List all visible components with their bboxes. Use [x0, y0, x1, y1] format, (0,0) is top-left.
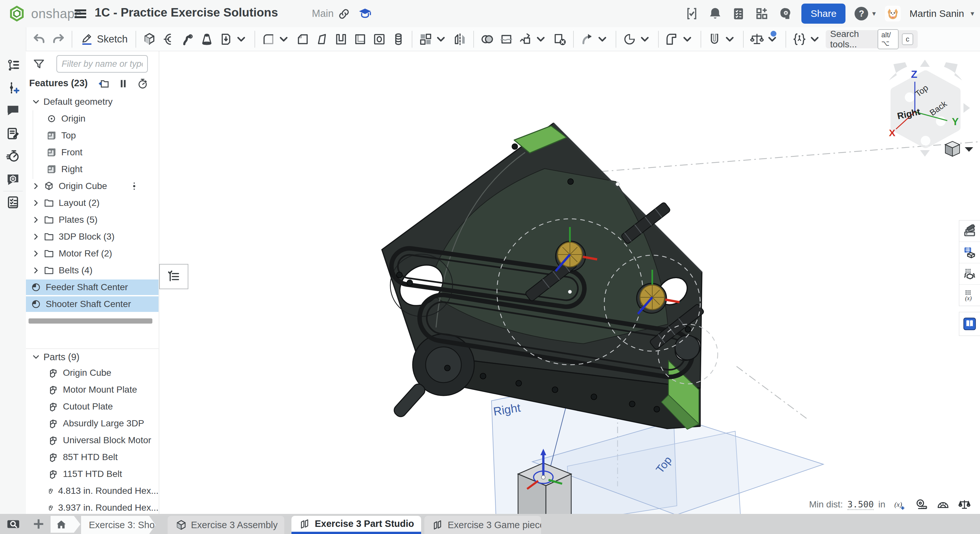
- comments-icon[interactable]: [6, 103, 20, 117]
- curves-tool-button[interactable]: [622, 30, 653, 48]
- configuration-variables-panel-button[interactable]: (x): [959, 285, 980, 306]
- tasks-clipboard-icon[interactable]: [731, 6, 746, 21]
- create-version-icon[interactable]: [6, 81, 20, 95]
- document-tab[interactable]: Exercise 3 Assembly: [168, 516, 284, 534]
- document-tab[interactable]: Exercise 3: Sho: [81, 516, 156, 534]
- feature-tree-item[interactable]: Origin: [26, 110, 159, 127]
- part-list-item[interactable]: Absurdly Large 3DP: [26, 415, 159, 432]
- configured-features-panel-button[interactable]: [959, 263, 980, 285]
- hole-tool-button[interactable]: [371, 30, 387, 48]
- thicken-tool-button[interactable]: [218, 30, 249, 48]
- rollback-bar[interactable]: [29, 319, 153, 324]
- share-link-icon[interactable]: [337, 7, 351, 21]
- help-feedback-icon[interactable]: [6, 172, 20, 187]
- user-name[interactable]: Martin Sanin: [910, 8, 964, 19]
- parts-header-row[interactable]: Parts (9): [31, 349, 80, 364]
- performance-icon[interactable]: [6, 149, 20, 163]
- feature-tree-item[interactable]: Shooter Shaft Center: [26, 296, 159, 312]
- part-list-item[interactable]: Origin Cube: [26, 364, 159, 381]
- boolean-tool-button[interactable]: [479, 30, 495, 48]
- chevron-right-icon[interactable]: [31, 232, 41, 242]
- document-tab[interactable]: Exercise 3 Part Studio: [291, 516, 421, 534]
- regen-time-icon[interactable]: [137, 78, 148, 89]
- ai-advisor-icon[interactable]: [778, 6, 792, 21]
- configurations-panel-button[interactable]: [959, 242, 980, 263]
- notes-icon[interactable]: [6, 126, 20, 141]
- view-cube[interactable]: Z X Y Top Right Back: [889, 60, 970, 156]
- feature-tree-item[interactable]: Default geometry: [26, 93, 159, 110]
- feature-tree-item[interactable]: Plates (5): [26, 211, 159, 228]
- delete-part-tool-button[interactable]: [552, 30, 568, 48]
- transform-tool-button[interactable]: [517, 30, 549, 48]
- view-options-button[interactable]: [945, 141, 973, 156]
- revolve-tool-button[interactable]: [161, 30, 177, 48]
- feature-tree-item[interactable]: Motor Ref (2): [26, 245, 159, 262]
- part-list-item[interactable]: 85T HTD Belt: [26, 449, 159, 465]
- shell-tool-button[interactable]: [352, 30, 368, 48]
- redo-button[interactable]: [50, 30, 67, 48]
- feature-tree-item[interactable]: Feeder Shaft Center: [26, 279, 159, 296]
- part-list-item[interactable]: Motor Mount Plate: [26, 381, 159, 398]
- undo-button[interactable]: [31, 30, 47, 48]
- learning-center-button[interactable]: [959, 312, 980, 336]
- part-list-item[interactable]: Universal Block Motor: [26, 432, 159, 449]
- document-tab[interactable]: Exercise 3 Game piece: [424, 516, 541, 534]
- chevron-right-icon[interactable]: [31, 215, 41, 225]
- sweep-tool-button[interactable]: [180, 30, 196, 48]
- appearance-panel-button[interactable]: [959, 220, 980, 242]
- chamfer-tool-button[interactable]: [295, 30, 311, 48]
- rib-tool-button[interactable]: [333, 30, 349, 48]
- mass-properties-icon[interactable]: [958, 498, 971, 511]
- mirror-tool-button[interactable]: [452, 30, 468, 48]
- chevron-right-icon[interactable]: [31, 181, 41, 191]
- move-face-tool-button[interactable]: [579, 30, 611, 48]
- chevron-down-icon[interactable]: [31, 97, 41, 107]
- feature-tree-item[interactable]: Front: [26, 144, 159, 161]
- protractor-icon[interactable]: [937, 498, 950, 511]
- learning-center-icon[interactable]: [358, 6, 372, 21]
- split-tool-button[interactable]: [498, 30, 514, 48]
- measure-tool-button[interactable]: [749, 30, 780, 48]
- feature-tree-item[interactable]: 3DP Block (3): [26, 228, 159, 245]
- add-tab-button[interactable]: [31, 516, 46, 531]
- measure-tape-icon[interactable]: [915, 498, 928, 511]
- feature-tree-item[interactable]: Top: [26, 127, 159, 144]
- feature-tree-item[interactable]: Layout (2): [26, 194, 159, 211]
- sketch-button[interactable]: Sketch: [78, 32, 130, 46]
- help-button[interactable]: ?: [854, 7, 868, 21]
- loft-tool-button[interactable]: [199, 30, 215, 48]
- suppress-pause-icon[interactable]: [117, 78, 129, 89]
- document-title[interactable]: 1C - Practice Exercise Solutions: [95, 6, 278, 19]
- new-folder-icon[interactable]: [98, 78, 110, 89]
- boss-tool-button[interactable]: [390, 30, 407, 48]
- feature-tree-item[interactable]: Belts (4): [26, 262, 159, 279]
- fillet-tool-button[interactable]: [260, 30, 292, 48]
- custom-feature-tool-button[interactable]: [791, 30, 823, 48]
- workspace-name[interactable]: Main: [312, 8, 334, 19]
- linear-pattern-tool-button[interactable]: [418, 30, 449, 48]
- chevron-right-icon[interactable]: [31, 198, 41, 208]
- part-list-item[interactable]: 4.813 in. Rounded Hex...: [26, 483, 159, 499]
- variable-create-icon[interactable]: (x): [894, 498, 907, 511]
- drag-handle-icon[interactable]: [129, 179, 139, 193]
- version-manager-icon[interactable]: [6, 58, 20, 73]
- chevron-right-icon[interactable]: [31, 266, 41, 275]
- share-button[interactable]: Share: [801, 3, 845, 24]
- min-dist-value[interactable]: 3.500: [847, 499, 874, 510]
- feature-tree-item[interactable]: Right: [26, 161, 159, 178]
- feature-script-icon[interactable]: [685, 6, 699, 21]
- search-tools-box[interactable]: Search tools... alt/⌥ c: [826, 30, 918, 48]
- feature-tree-item[interactable]: Origin Cube: [26, 178, 159, 194]
- follow-checklist-icon[interactable]: [6, 195, 20, 209]
- apps-grid-icon[interactable]: [755, 6, 769, 21]
- document-menu-button[interactable]: [75, 8, 88, 20]
- part-list-item[interactable]: Cutout Plate: [26, 398, 159, 415]
- draft-tool-button[interactable]: [314, 30, 330, 48]
- motor-mount-plate-model[interactable]: [382, 123, 705, 429]
- home-tab[interactable]: [51, 516, 80, 533]
- help-caret-icon[interactable]: ▾: [872, 10, 876, 18]
- filter-funnel-icon[interactable]: [32, 58, 45, 71]
- screenshot-tool-icon[interactable]: [6, 517, 21, 532]
- filter-input[interactable]: [56, 55, 148, 73]
- chevron-right-icon[interactable]: [31, 249, 41, 258]
